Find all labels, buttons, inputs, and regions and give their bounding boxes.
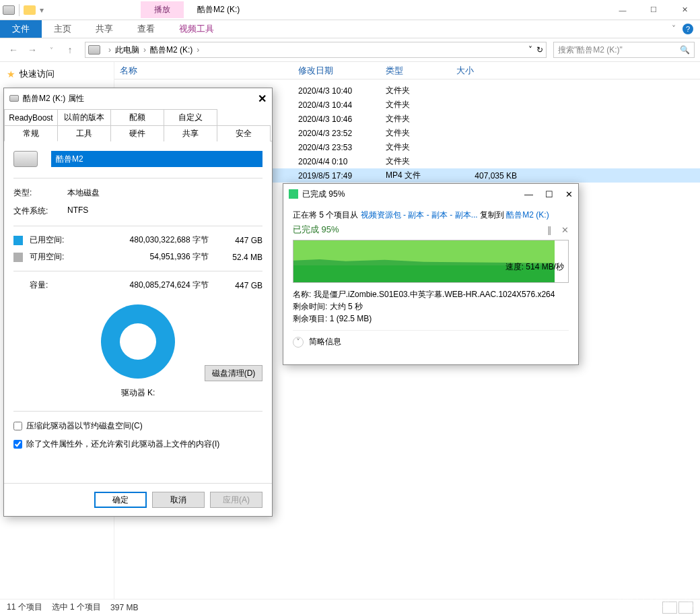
dropdown-icon[interactable]: ˅ xyxy=(528,45,532,55)
help-icon[interactable]: ? xyxy=(682,24,693,34)
cancel-icon[interactable]: ✕ xyxy=(561,225,569,235)
refresh-icon[interactable]: ↻ xyxy=(536,45,543,55)
drive-name-input[interactable]: 酷兽M2 xyxy=(51,151,262,167)
breadcrumb-pc[interactable]: 此电脑 xyxy=(115,44,139,56)
tab-general[interactable]: 常规 xyxy=(4,125,58,141)
close-icon[interactable]: ✕ xyxy=(258,92,267,105)
properties-dialog: 酷兽M2 (K:) 属性 ✕ ReadyBoost 以前的版本 配额 自定义 常… xyxy=(3,88,273,517)
capacity-label: 容量: xyxy=(30,280,70,291)
free-label: 可用空间: xyxy=(30,251,70,263)
close-button[interactable]: ✕ xyxy=(565,189,573,199)
forward-button[interactable]: → xyxy=(24,42,40,58)
drive-icon xyxy=(13,151,38,167)
tab-tools[interactable]: 工具 xyxy=(57,125,111,141)
ribbon-expand-icon[interactable]: ˅ xyxy=(672,24,676,34)
dialog-title: 酷兽M2 (K:) 属性 xyxy=(23,93,84,104)
index-checkbox[interactable]: 除了文件属性外，还允许索引此驱动器上文件的内容(I) xyxy=(13,435,262,453)
used-label: 已用空间: xyxy=(30,234,70,246)
tab-previous-versions[interactable]: 以前的版本 xyxy=(57,109,111,125)
tab-home[interactable]: 主页 xyxy=(42,20,83,38)
tab-hardware[interactable]: 硬件 xyxy=(110,125,164,141)
column-size[interactable]: 大小 xyxy=(451,65,525,77)
up-button[interactable]: ↑ xyxy=(62,42,78,58)
cell-date: 2020/4/4 0:10 xyxy=(293,157,380,166)
view-icons-button[interactable] xyxy=(678,602,693,614)
view-details-button[interactable] xyxy=(662,602,677,614)
filesystem-label: 文件系统: xyxy=(13,205,67,217)
search-icon[interactable]: 🔍 xyxy=(680,45,690,55)
tab-view[interactable]: 查看 xyxy=(125,20,167,38)
sidebar-item-quick-access[interactable]: ★ 快速访问 xyxy=(7,66,107,82)
tab-file[interactable]: 文件 xyxy=(0,20,42,38)
free-gb: 52.4 MB xyxy=(222,253,262,262)
dialog-title-bar: 酷兽M2 (K:) 属性 ✕ xyxy=(4,88,272,108)
cell-type: 文件夹 xyxy=(380,141,451,153)
copy-items-remaining: 1 (92.5 MB) xyxy=(330,314,372,323)
free-bytes: 54,951,936 字节 xyxy=(70,251,222,263)
cell-type: 文件夹 xyxy=(380,85,451,96)
index-check-input[interactable] xyxy=(13,440,22,449)
transfer-graph: 速度: 514 MB/秒 xyxy=(293,240,569,283)
tab-customize[interactable]: 自定义 xyxy=(164,109,217,125)
disk-usage-pie xyxy=(101,304,175,379)
column-date[interactable]: 修改日期 xyxy=(293,65,380,77)
copy-time-remaining: 大约 5 秒 xyxy=(330,302,363,311)
copy-source-link[interactable]: 视频资源包 - 副本 - 副本 - 副本... xyxy=(361,210,478,220)
pause-icon[interactable]: ‖ xyxy=(547,225,552,235)
transfer-speed: 速度: 514 MB/秒 xyxy=(505,261,564,273)
tab-quota[interactable]: 配额 xyxy=(110,109,164,125)
copy-description: 正在将 5 个项目从 视频资源包 - 副本 - 副本 - 副本... 复制到 酷… xyxy=(293,209,569,224)
copy-more-toggle[interactable]: ˅ 简略信息 xyxy=(293,330,569,353)
tab-sharing[interactable]: 共享 xyxy=(164,125,217,141)
maximize-button[interactable]: ☐ xyxy=(638,0,669,20)
cancel-button[interactable]: 取消 xyxy=(152,492,205,508)
drive-icon xyxy=(3,5,15,15)
star-icon: ★ xyxy=(7,69,15,79)
free-swatch xyxy=(13,253,23,262)
column-type[interactable]: 类型 xyxy=(380,65,451,77)
type-label: 类型: xyxy=(13,187,67,199)
cell-type: 文件夹 xyxy=(380,127,451,139)
tab-readyboost[interactable]: ReadyBoost xyxy=(4,109,58,125)
type-value: 本地磁盘 xyxy=(67,187,262,199)
search-input[interactable]: 搜索"酷兽M2 (K:)" 🔍 xyxy=(553,42,695,58)
close-button[interactable]: ✕ xyxy=(669,0,700,20)
cell-date: 2020/4/3 23:52 xyxy=(293,129,380,138)
compress-checkbox[interactable]: 压缩此驱动器以节约磁盘空间(C) xyxy=(13,417,262,435)
disk-cleanup-button[interactable]: 磁盘清理(D) xyxy=(205,365,262,381)
back-button[interactable]: ← xyxy=(5,42,22,58)
folder-icon xyxy=(24,5,36,15)
address-bar[interactable]: › 此电脑 › 酷兽M2 (K:) › ˅ ↻ xyxy=(85,42,547,58)
title-bar: ▾ 播放 酷兽M2 (K:) — ☐ ✕ xyxy=(0,0,700,20)
tab-security[interactable]: 安全 xyxy=(217,125,271,141)
copy-filename: 我是僵尸.iZombie.S01E03.中英字幕.WEB-HR.AAC.1024… xyxy=(314,290,555,299)
apply-button[interactable]: 应用(A) xyxy=(210,492,262,508)
copy-dest-link[interactable]: 酷兽M2 (K:) xyxy=(506,210,549,220)
drive-icon xyxy=(9,95,19,102)
maximize-button[interactable]: ☐ xyxy=(545,189,553,199)
copy-progress-dialog: 已完成 95% — ☐ ✕ 正在将 5 个项目从 视频资源包 - 副本 - 副本… xyxy=(283,183,579,365)
tab-share[interactable]: 共享 xyxy=(83,20,125,38)
cell-type: 文件夹 xyxy=(380,99,451,110)
contextual-tab-play: 播放 xyxy=(141,1,184,18)
cell-type: 文件夹 xyxy=(380,113,451,125)
compress-check-input[interactable] xyxy=(13,422,22,430)
chevron-down-icon: ˅ xyxy=(293,337,304,348)
status-selection: 选中 1 个项目 xyxy=(52,602,101,613)
drive-letter-label: 驱动器 K: xyxy=(13,385,262,406)
ribbon-help: ˅ ? xyxy=(672,20,700,38)
breadcrumb-location[interactable]: 酷兽M2 (K:) xyxy=(150,44,193,56)
cell-type: 文件夹 xyxy=(380,156,451,167)
cell-date: 2019/8/5 17:49 xyxy=(293,171,380,181)
minimize-button[interactable]: — xyxy=(524,189,533,199)
tab-video-tools[interactable]: 视频工具 xyxy=(167,20,226,38)
dropdown-icon[interactable]: ˅ xyxy=(43,42,59,58)
chevron-right-icon: › xyxy=(197,45,199,55)
used-gb: 447 GB xyxy=(222,236,262,245)
quick-access-toolbar: ▾ xyxy=(0,4,46,16)
column-name[interactable]: 名称 xyxy=(114,65,293,77)
copy-body: 正在将 5 个项目从 视频资源包 - 副本 - 副本 - 副本... 复制到 酷… xyxy=(283,204,578,358)
dropdown-icon[interactable]: ▾ xyxy=(40,5,44,15)
minimize-button[interactable]: — xyxy=(607,0,638,20)
ok-button[interactable]: 确定 xyxy=(94,492,147,508)
